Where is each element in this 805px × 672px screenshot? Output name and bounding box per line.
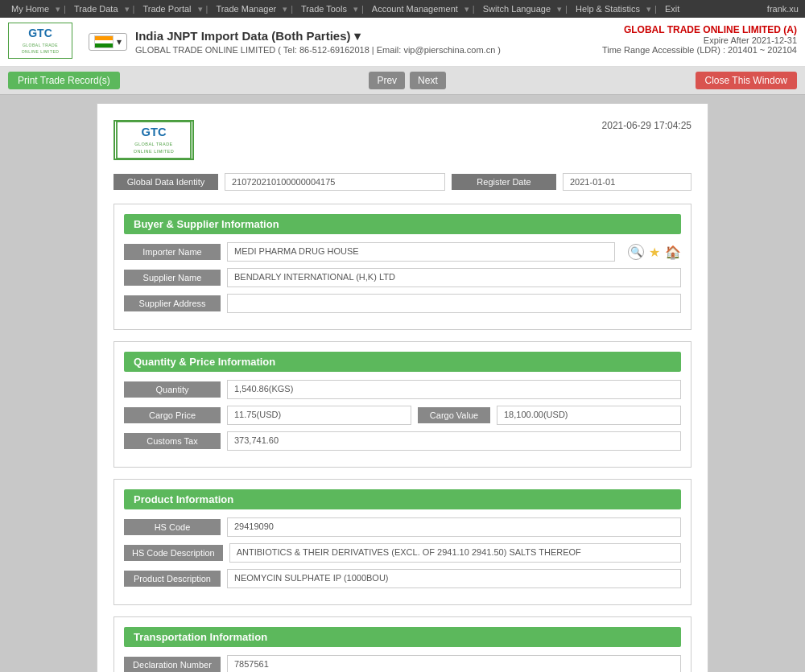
product-section: Product Information HS Code 29419090 HS … xyxy=(114,479,691,605)
register-date-value: 2021-01-01 xyxy=(563,173,691,191)
quantity-price-header: Quantity & Price Information xyxy=(124,352,681,372)
nav-account-management[interactable]: Account Management xyxy=(367,2,463,15)
account-range: Time Range Accessible (LDR) : 201401 ~ 2… xyxy=(602,45,797,55)
nav-switch-language[interactable]: Switch Language xyxy=(478,2,555,15)
quantity-row: Quantity 1,540.86(KGS) xyxy=(124,380,681,399)
cargo-value-label: Cargo Value xyxy=(418,407,490,423)
top-navigation: My Home ▾ | Trade Data ▾ | Trade Portal … xyxy=(0,0,805,18)
svg-text:GTC: GTC xyxy=(28,27,52,39)
search-icon[interactable]: 🔍 xyxy=(628,244,644,260)
header: GTC GLOBAL TRADE ONLINE LIMITED ▾ India … xyxy=(0,18,805,67)
account-company: GLOBAL TRADE ONLINE LIMITED (A) xyxy=(602,24,797,35)
account-info: GLOBAL TRADE ONLINE LIMITED (A) Expire A… xyxy=(602,24,797,55)
cargo-price-row: Cargo Price 11.75(USD) Cargo Value 18,10… xyxy=(124,406,681,425)
global-data-identity-value: 210720210100000004175 xyxy=(225,173,445,191)
cargo-price-label: Cargo Price xyxy=(124,407,221,423)
main-content: GTC GLOBAL TRADE ONLINE LIMITED 2021-06-… xyxy=(0,95,805,672)
quantity-label: Quantity xyxy=(124,381,221,398)
nav-items: My Home ▾ | Trade Data ▾ | Trade Portal … xyxy=(6,2,684,15)
top-toolbar: Print Trade Record(s) Prev Next Close Th… xyxy=(0,67,805,95)
nav-my-home[interactable]: My Home xyxy=(6,2,54,15)
supplier-name-label: Supplier Name xyxy=(124,270,221,286)
customs-tax-label: Customs Tax xyxy=(124,433,221,449)
gtc-logo-svg: GTC GLOBAL TRADE ONLINE LIMITED xyxy=(8,23,72,59)
declaration-number-row: Declaration Number 7857561 xyxy=(124,655,681,672)
register-date-label: Register Date xyxy=(452,174,556,190)
nav-trade-manager[interactable]: Trade Manager xyxy=(211,2,281,15)
importer-icons: 🔍 ★ 🏠 xyxy=(628,244,681,260)
cargo-value-value: 18,100.00(USD) xyxy=(497,406,681,425)
hs-code-desc-label: HS Code Description xyxy=(124,545,223,561)
card-logo-svg: GTC GLOBAL TRADE ONLINE LIMITED xyxy=(114,122,194,159)
nav-trade-tools[interactable]: Trade Tools xyxy=(296,2,352,15)
svg-text:ONLINE LIMITED: ONLINE LIMITED xyxy=(22,49,60,54)
nav-exit[interactable]: Exit xyxy=(660,2,684,15)
global-data-identity-row: Global Data Identity 2107202101000000041… xyxy=(114,173,691,191)
prev-button-top[interactable]: Prev xyxy=(369,72,405,89)
card-logo: GTC GLOBAL TRADE ONLINE LIMITED xyxy=(114,120,194,160)
quantity-value: 1,540.86(KGS) xyxy=(227,380,681,399)
supplier-name-value: BENDARLY INTERNATIONAL (H,K) LTD xyxy=(227,268,681,287)
supplier-address-row: Supplier Address xyxy=(124,294,681,313)
hs-code-row: HS Code 29419090 xyxy=(124,517,681,537)
supplier-address-value xyxy=(227,294,681,313)
customs-tax-value: 373,741.60 xyxy=(227,431,681,451)
print-button-top[interactable]: Print Trade Record(s) xyxy=(8,72,120,89)
star-icon[interactable]: ★ xyxy=(649,245,660,260)
next-button-top[interactable]: Next xyxy=(410,72,446,89)
svg-text:ONLINE LIMITED: ONLINE LIMITED xyxy=(134,149,174,154)
logo: GTC GLOBAL TRADE ONLINE LIMITED xyxy=(8,23,72,61)
username-display: frank.xu xyxy=(767,4,799,14)
cargo-price-value: 11.75(USD) xyxy=(227,406,411,425)
svg-text:GLOBAL TRADE: GLOBAL TRADE xyxy=(23,43,58,47)
hs-code-value: 29419090 xyxy=(227,517,681,537)
svg-text:GLOBAL TRADE: GLOBAL TRADE xyxy=(134,142,173,146)
product-desc-label: Product Description xyxy=(124,571,221,587)
transportation-header: Transportation Information xyxy=(124,627,681,647)
india-flag xyxy=(94,35,114,48)
supplier-name-row: Supplier Name BENDARLY INTERNATIONAL (H,… xyxy=(124,268,681,287)
nav-trade-portal[interactable]: Trade Portal xyxy=(138,2,196,15)
declaration-number-label: Declaration Number xyxy=(124,657,221,672)
buyer-supplier-section: Buyer & Supplier Information Importer Na… xyxy=(114,204,691,330)
declaration-number-value: 7857561 xyxy=(227,655,681,672)
product-desc-value: NEOMYCIN SULPHATE IP (1000BOU) xyxy=(227,569,681,588)
global-data-identity-label: Global Data Identity xyxy=(114,174,218,190)
product-desc-row: Product Description NEOMYCIN SULPHATE IP… xyxy=(124,569,681,588)
supplier-address-label: Supplier Address xyxy=(124,295,221,311)
card-header: GTC GLOBAL TRADE ONLINE LIMITED 2021-06-… xyxy=(114,120,691,160)
hs-code-desc-row: HS Code Description ANTIBIOTICS & THEIR … xyxy=(124,543,681,563)
record-datetime: 2021-06-29 17:04:25 xyxy=(602,120,691,131)
account-expire: Expire After 2021-12-31 xyxy=(602,35,797,45)
hs-code-desc-value: ANTIBIOTICS & THEIR DERIVATIVES (EXCL. O… xyxy=(229,543,681,563)
quantity-price-section: Quantity & Price Information Quantity 1,… xyxy=(114,341,691,468)
customs-tax-row: Customs Tax 373,741.60 xyxy=(124,431,681,451)
product-header: Product Information xyxy=(124,489,681,509)
svg-text:GTC: GTC xyxy=(141,126,166,138)
hs-code-label: HS Code xyxy=(124,519,221,535)
close-button-top[interactable]: Close This Window xyxy=(696,72,797,89)
record-card: GTC GLOBAL TRADE ONLINE LIMITED 2021-06-… xyxy=(97,103,708,672)
importer-name-label: Importer Name xyxy=(124,244,221,260)
nav-trade-data[interactable]: Trade Data xyxy=(69,2,123,15)
country-flag-selector[interactable]: ▾ xyxy=(89,33,127,51)
buyer-supplier-header: Buyer & Supplier Information xyxy=(124,214,681,234)
home-icon[interactable]: 🏠 xyxy=(665,245,681,260)
importer-name-value: MEDI PHARMA DRUG HOUSE xyxy=(227,242,615,262)
nav-help-statistics[interactable]: Help & Statistics xyxy=(571,2,645,15)
importer-name-row: Importer Name MEDI PHARMA DRUG HOUSE 🔍 ★… xyxy=(124,242,681,262)
flag-dropdown-arrow: ▾ xyxy=(117,36,122,47)
transportation-section: Transportation Information Declaration N… xyxy=(114,616,691,672)
